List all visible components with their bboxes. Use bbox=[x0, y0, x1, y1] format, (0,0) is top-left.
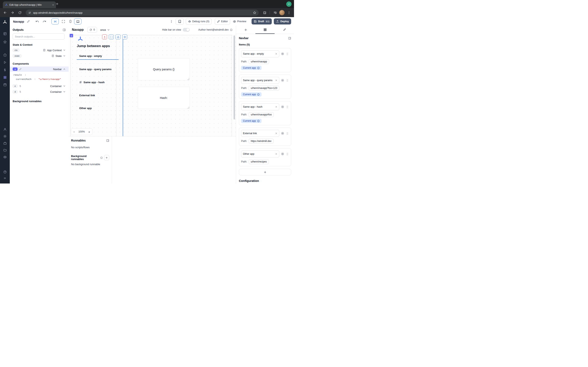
item-settings-gear-icon[interactable] bbox=[281, 132, 284, 135]
nav-item-other-app[interactable]: Other app bbox=[77, 104, 119, 112]
address-bar[interactable]: app.windmill.dev/apps/edit/u/henri/navap… bbox=[26, 9, 259, 16]
deploy-button[interactable]: Deploy bbox=[274, 18, 291, 25]
component-right-edge[interactable] bbox=[123, 35, 123, 136]
back-button[interactable] bbox=[2, 9, 8, 16]
profile-chevron-button[interactable] bbox=[286, 1, 292, 7]
sidebar-item-home[interactable] bbox=[0, 53, 10, 57]
sidebar-item-settings[interactable] bbox=[0, 134, 10, 138]
sidebar-item-users[interactable] bbox=[0, 128, 10, 131]
item-label-input[interactable]: External link bbox=[241, 130, 279, 137]
expand-component-button[interactable] bbox=[109, 34, 114, 39]
toggle-panels-button[interactable] bbox=[52, 18, 59, 25]
clear-icon[interactable] bbox=[275, 106, 277, 108]
chevron-down-icon[interactable] bbox=[63, 49, 66, 52]
add-item-button[interactable] bbox=[239, 169, 291, 175]
query-params-card[interactable]: Query params {} bbox=[138, 58, 190, 80]
hide-bar-toggle[interactable] bbox=[183, 28, 190, 32]
path-value[interactable]: u/henri/navapp bbox=[249, 59, 269, 64]
tab-component-settings[interactable] bbox=[255, 26, 275, 34]
undo-icon[interactable] bbox=[35, 20, 39, 23]
collapse-panel-icon[interactable] bbox=[288, 37, 291, 40]
refresh-count-button[interactable]: 0 bbox=[87, 27, 97, 33]
new-tab-button[interactable] bbox=[56, 2, 59, 6]
edit-id-icon[interactable] bbox=[19, 68, 22, 70]
desktop-view-button[interactable] bbox=[74, 18, 81, 25]
path-value[interactable]: u/henri/navapp#foo bbox=[249, 112, 274, 117]
search-outputs-input[interactable] bbox=[13, 33, 65, 40]
browser-tab[interactable]: Edit App u/henri/navapp | Win bbox=[3, 1, 56, 8]
sidebar-item-runs[interactable] bbox=[0, 61, 10, 64]
clear-icon[interactable] bbox=[275, 53, 277, 55]
preview-tab-button[interactable]: Preview bbox=[231, 18, 248, 25]
sidebar-item-schedules[interactable] bbox=[0, 83, 10, 86]
rename-app-icon[interactable] bbox=[27, 20, 30, 23]
drag-handle-icon[interactable] bbox=[286, 79, 289, 82]
docs-button[interactable] bbox=[176, 18, 184, 25]
add-background-runnable-button[interactable] bbox=[104, 155, 109, 160]
delete-component-button[interactable] bbox=[102, 34, 107, 39]
info-icon[interactable] bbox=[100, 156, 103, 159]
sidebar-item-folders[interactable] bbox=[0, 149, 10, 152]
sidebar-help-icon[interactable] bbox=[0, 170, 10, 174]
reload-button[interactable] bbox=[17, 9, 23, 16]
sidebar-item-audit[interactable] bbox=[0, 155, 10, 159]
nav-item-same-app-query[interactable]: Same app - query params bbox=[77, 66, 119, 73]
nav-item-same-app-empty[interactable]: Same app - empty bbox=[77, 52, 119, 60]
sidebar-item-resources[interactable] bbox=[0, 76, 10, 79]
redo-icon[interactable] bbox=[43, 20, 46, 23]
anchor-component-button[interactable] bbox=[116, 34, 121, 39]
drag-handle-icon[interactable] bbox=[286, 105, 289, 108]
windmill-logo[interactable] bbox=[0, 20, 10, 25]
url-text[interactable]: app.windmill.dev/apps/edit/u/henri/navap… bbox=[33, 11, 251, 14]
item-label-input[interactable]: Other app bbox=[241, 150, 279, 157]
clear-icon[interactable] bbox=[275, 132, 277, 134]
debug-runs-button[interactable]: Debug runs (0) bbox=[186, 18, 212, 25]
canvas-grid[interactable]: a Jump between apps Same app - empty Sam… bbox=[69, 34, 236, 136]
header-menu-icon[interactable] bbox=[170, 20, 173, 23]
bookmark-star-icon[interactable] bbox=[253, 11, 256, 14]
chevron-up-icon[interactable] bbox=[63, 68, 66, 71]
canvas-scrollbar[interactable] bbox=[233, 35, 235, 119]
item-settings-gear-icon[interactable] bbox=[281, 152, 284, 156]
drag-handle-icon[interactable] bbox=[286, 52, 289, 55]
info-icon[interactable] bbox=[257, 93, 260, 96]
drag-handle-icon[interactable] bbox=[286, 152, 289, 156]
media-controls-icon[interactable] bbox=[272, 9, 278, 16]
item-settings-gear-icon[interactable] bbox=[281, 79, 284, 82]
zoom-in-button[interactable]: + bbox=[86, 129, 92, 135]
fullscreen-icon[interactable] bbox=[62, 20, 65, 23]
tab-close-icon[interactable] bbox=[52, 4, 54, 6]
extensions-icon[interactable] bbox=[261, 9, 268, 16]
path-value[interactable]: https://windmill.dev bbox=[249, 139, 273, 143]
path-value[interactable]: u/henri/recipes bbox=[249, 159, 269, 164]
item-label-input[interactable]: Same app - query params bbox=[241, 77, 279, 84]
tab-insert-component[interactable] bbox=[236, 26, 255, 34]
component-row-container-e[interactable]: e Container bbox=[11, 83, 67, 89]
nav-item-external-link[interactable]: External link bbox=[77, 92, 119, 99]
sidebar-collapse-icon[interactable] bbox=[0, 176, 10, 180]
component-row-container-d[interactable]: d Container bbox=[11, 89, 67, 94]
state-row[interactable]: state State bbox=[11, 53, 67, 58]
info-icon[interactable] bbox=[230, 29, 233, 31]
browser-profile-avatar[interactable] bbox=[279, 10, 285, 15]
run-mode-dropdown[interactable]: once bbox=[100, 28, 110, 31]
site-settings-icon[interactable] bbox=[28, 11, 31, 14]
sidebar-item-workers[interactable] bbox=[0, 142, 10, 145]
chevron-down-icon[interactable] bbox=[63, 54, 66, 57]
sidebar-item-apps[interactable] bbox=[0, 32, 10, 35]
chevron-down-icon[interactable] bbox=[63, 90, 66, 93]
collapse-panel-icon[interactable] bbox=[63, 28, 66, 31]
hash-card[interactable]: Hash: bbox=[138, 87, 190, 109]
item-settings-gear-icon[interactable] bbox=[281, 105, 284, 108]
zoom-out-button[interactable]: − bbox=[71, 129, 77, 135]
info-icon[interactable] bbox=[257, 67, 260, 69]
nav-item-same-app-hash[interactable]: Same app - hash bbox=[77, 78, 119, 86]
browser-menu-icon[interactable] bbox=[286, 9, 292, 16]
editor-tab-button[interactable]: Editor bbox=[215, 18, 230, 25]
collapse-panel-icon[interactable] bbox=[106, 139, 109, 142]
path-value[interactable]: u/henri/navapp?foo=123 bbox=[249, 86, 279, 91]
tab-styling[interactable] bbox=[275, 26, 294, 34]
item-settings-gear-icon[interactable] bbox=[281, 52, 284, 55]
chevron-down-icon[interactable] bbox=[63, 85, 66, 87]
component-id-chip[interactable]: a bbox=[70, 34, 73, 37]
